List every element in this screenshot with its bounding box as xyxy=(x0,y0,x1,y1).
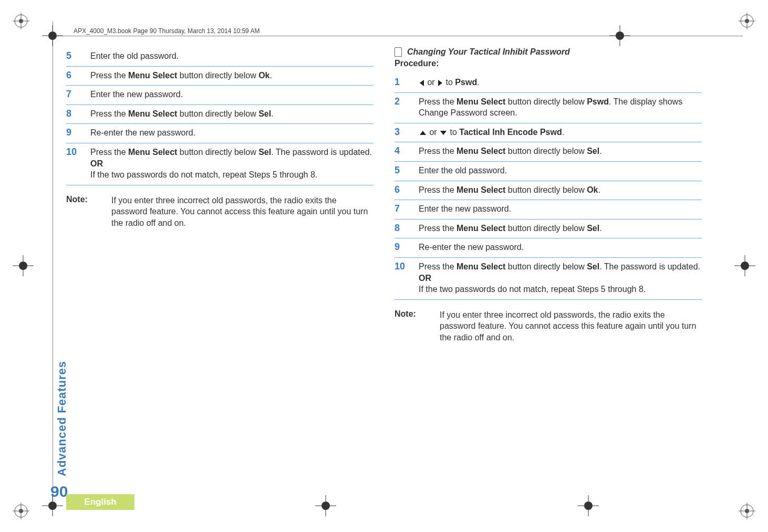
step-text: Enter the new password. xyxy=(419,203,702,215)
ui-label: Sel xyxy=(587,262,599,271)
step-item: 8 Press the Menu Select button directly … xyxy=(395,220,702,239)
step-number: 5 xyxy=(395,165,419,176)
crosshair-icon xyxy=(13,255,34,276)
t: Press the xyxy=(90,148,128,157)
or-label: OR xyxy=(90,159,103,168)
note-label: Note: xyxy=(66,195,111,229)
step-text: Press the Menu Select button directly be… xyxy=(419,96,702,119)
step-text: or to Tactical Inh Encode Pswd. xyxy=(419,127,702,138)
registration-mark-tl xyxy=(13,13,29,29)
ui-label: Sel xyxy=(587,224,599,233)
step-item: 5 Enter the old password. xyxy=(66,47,373,67)
running-header: APX_4000_M3.book Page 90 Thursday, March… xyxy=(74,27,260,35)
step-item: 9 Re-enter the new password. xyxy=(66,124,373,143)
t: . xyxy=(271,109,273,118)
crosshair-icon xyxy=(734,255,755,276)
step-text: Press the Menu Select button directly be… xyxy=(419,223,702,234)
t: button directly below xyxy=(505,224,587,233)
step-text: Press the Menu Select button directly be… xyxy=(90,147,373,181)
t: Press the xyxy=(419,224,456,233)
t: Menu Select xyxy=(456,262,505,271)
step-text: Enter the old password. xyxy=(419,165,702,176)
t: Press the xyxy=(90,109,128,118)
ui-label: Sel xyxy=(258,148,271,157)
step-number: 6 xyxy=(395,184,419,195)
step-number: 7 xyxy=(395,203,419,214)
nav-down-icon xyxy=(440,131,447,135)
t: . The password is updated. xyxy=(599,262,700,271)
side-block: Advanced Features 90 xyxy=(51,361,72,500)
t: . xyxy=(562,128,564,137)
crosshair-icon xyxy=(42,25,63,46)
right-column: Changing Your Tactical Inhibit Password … xyxy=(395,47,702,478)
t: . xyxy=(269,71,272,80)
registration-mark-br xyxy=(739,503,755,519)
t: . xyxy=(599,147,601,155)
step-text: Press the Menu Select button directly be… xyxy=(419,184,702,196)
document-icon xyxy=(395,47,402,57)
crosshair-icon xyxy=(609,25,630,46)
crosshair-icon xyxy=(578,495,599,516)
step-item: 4 Press the Menu Select button directly … xyxy=(395,142,702,162)
t: Menu Select xyxy=(128,148,177,157)
step-item: 10 Press the Menu Select button directly… xyxy=(66,143,373,185)
ui-label: Ok xyxy=(587,185,598,194)
or-label: OR xyxy=(419,274,431,283)
ui-label: Ok xyxy=(258,71,269,80)
left-column: 5 Enter the old password. 6 Press the Me… xyxy=(66,47,373,478)
t: Menu Select xyxy=(128,71,177,80)
step-item: 3 or to Tactical Inh Encode Pswd. xyxy=(395,123,702,143)
step-text: or to Pswd. xyxy=(419,77,702,88)
language-tab: English xyxy=(66,494,134,510)
step-number: 9 xyxy=(66,127,90,138)
step-text: Press the Menu Select button directly be… xyxy=(419,145,702,157)
step-number: 8 xyxy=(66,108,90,119)
step-text: Re-enter the new password. xyxy=(90,127,373,139)
step-number: 6 xyxy=(66,70,90,81)
t: Menu Select xyxy=(456,97,505,106)
t: button directly below xyxy=(505,97,587,106)
step-text: Re-enter the new password. xyxy=(419,242,702,253)
t: . The password is updated. xyxy=(271,148,372,157)
page-content: 5 Enter the old password. 6 Press the Me… xyxy=(66,47,702,478)
ui-label: Tactical Inh Encode Pswd xyxy=(459,128,562,137)
section-side-label: Advanced Features xyxy=(55,361,69,476)
t: . xyxy=(598,185,600,194)
note-block: Note: If you enter three incorrect old p… xyxy=(66,195,373,229)
t: Menu Select xyxy=(128,109,177,118)
t: button directly below xyxy=(177,109,258,118)
t: Press the xyxy=(90,71,128,80)
step-number: 3 xyxy=(395,127,419,138)
t: button directly below xyxy=(505,262,587,271)
t: button directly below xyxy=(177,71,258,80)
registration-mark-tr xyxy=(739,13,755,29)
nav-left-icon xyxy=(420,80,424,86)
note-body: If you enter three incorrect old passwor… xyxy=(440,309,702,343)
t: . xyxy=(477,78,479,87)
step-text: Enter the old password. xyxy=(90,50,373,62)
ui-label: Pswd xyxy=(455,78,477,87)
step-text: Enter the new password. xyxy=(90,89,373,100)
t: . xyxy=(599,224,601,233)
step-number: 8 xyxy=(395,223,419,234)
section-heading: Changing Your Tactical Inhibit Password xyxy=(395,47,702,57)
t: or xyxy=(427,128,439,137)
step-item: 5 Enter the old password. xyxy=(395,162,702,181)
section-title: Changing Your Tactical Inhibit Password xyxy=(407,47,570,57)
crosshair-icon xyxy=(315,495,336,516)
step-item: 6 Press the Menu Select button directly … xyxy=(395,181,702,201)
registration-mark-bl xyxy=(13,503,29,519)
t: If the two passwords do not match, repea… xyxy=(90,170,317,179)
t: Press the xyxy=(419,97,456,106)
t: to xyxy=(448,128,459,137)
step-item: 6 Press the Menu Select button directly … xyxy=(66,67,373,86)
step-item: 7 Enter the new password. xyxy=(66,86,373,105)
language-label: English xyxy=(84,497,116,507)
ui-label: Sel xyxy=(258,109,271,118)
ui-label: Sel xyxy=(587,147,599,155)
right-step-list: 1 or to Pswd. 2 Press the Menu Select bu… xyxy=(395,74,702,300)
step-item: 2 Press the Menu Select button directly … xyxy=(395,93,702,123)
step-item: 1 or to Pswd. xyxy=(395,74,702,93)
t: or xyxy=(425,78,437,87)
step-number: 10 xyxy=(395,261,419,272)
